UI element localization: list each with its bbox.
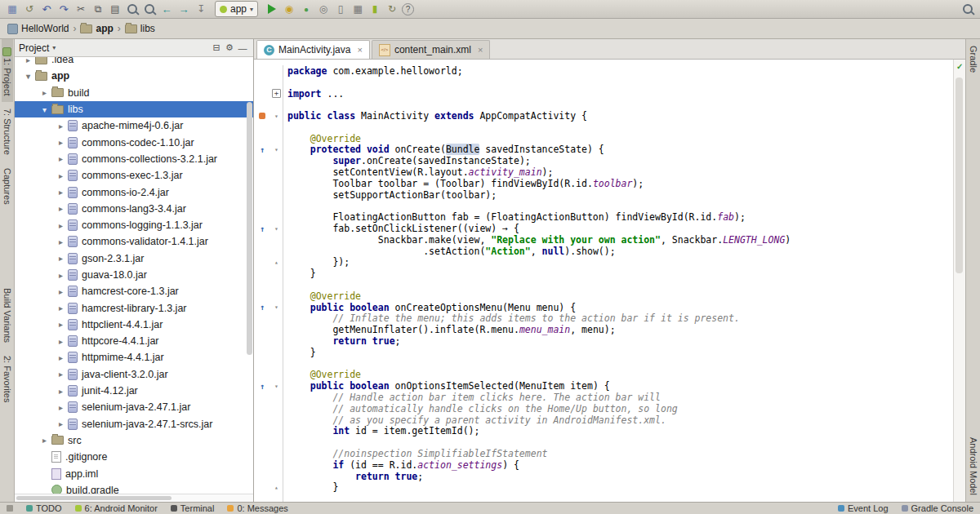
- status-item-terminal[interactable]: Terminal: [171, 503, 215, 513]
- tree-collapsed-arrow-icon[interactable]: ▸: [56, 271, 66, 280]
- fold-open-icon[interactable]: ▾: [270, 380, 283, 392]
- status-item-eventlog[interactable]: Event Log: [838, 503, 889, 513]
- tree-item-commons-codec-1-10-jar[interactable]: ▸commons-codec-1.10.jar: [15, 134, 253, 150]
- code-line-31[interactable]: // automatically handle clicks on the Ho…: [254, 403, 953, 414]
- tree-item-httpclient-4-4-1-jar[interactable]: ▸httpclient-4.4.1.jar: [15, 317, 253, 333]
- code-line-26[interactable]: }: [254, 347, 953, 358]
- tree-item-apache-mime4j-0-6-jar[interactable]: ▸apache-mime4j-0.6.jar: [15, 117, 253, 134]
- code-line-30[interactable]: // Handle action bar item clicks here. T…: [254, 392, 953, 403]
- synchronize-icon[interactable]: ↺: [22, 2, 37, 16]
- code-line-17[interactable]: .setAction("Action", null).show();: [254, 246, 953, 257]
- tree-item-build[interactable]: ▸build: [15, 85, 253, 101]
- run-gutter-icon[interactable]: [254, 110, 270, 122]
- code-line-35[interactable]: //noinspection SimplifiableIfStatement: [254, 448, 953, 459]
- tool-stripe-button-2-favorites[interactable]: 2: Favorites: [2, 349, 13, 409]
- tree-collapsed-arrow-icon[interactable]: ▸: [56, 122, 66, 131]
- tree-item--idea[interactable]: ▸.idea: [15, 57, 253, 68]
- tree-collapsed-arrow-icon[interactable]: ▸: [56, 221, 66, 230]
- tree-collapsed-arrow-icon[interactable]: ▸: [56, 320, 66, 329]
- find-icon[interactable]: [125, 2, 140, 16]
- paste-icon[interactable]: ▤: [108, 2, 122, 16]
- tree-item-httpmime-4-4-1-jar[interactable]: ▸httpmime-4.4.1.jar: [15, 349, 253, 366]
- fold-open-icon[interactable]: ▾: [270, 302, 283, 313]
- tree-collapsed-arrow-icon[interactable]: ▸: [56, 204, 66, 213]
- sdk-manager-icon[interactable]: ▦: [350, 2, 365, 16]
- code-line-25[interactable]: return true;: [254, 335, 953, 347]
- code-line-4[interactable]: [254, 99, 953, 110]
- breadcrumb-item-app[interactable]: app: [80, 23, 113, 34]
- android-device-monitor-icon[interactable]: ▮: [368, 2, 382, 16]
- tree-item-commons-logging-1-1-3-jar[interactable]: ▸commons-logging-1.1.3.jar: [15, 217, 253, 233]
- tree-item-selenium-java-2-47-1-srcs-jar[interactable]: ▸selenium-java-2.47.1-srcs.jar: [15, 416, 253, 432]
- code-line-37[interactable]: return true;: [254, 471, 953, 482]
- code-line-8[interactable]: ↑▾ protected void onCreate(Bundle savedI…: [254, 144, 953, 156]
- scrollbar-thumb[interactable]: [16, 496, 172, 500]
- settings-gear-icon[interactable]: ⚙: [223, 42, 236, 55]
- tree-collapsed-arrow-icon[interactable]: ▸: [56, 403, 66, 412]
- code-line-15[interactable]: ↑▾ fab.setOnClickListener((view) → {: [254, 223, 953, 234]
- tree-collapsed-arrow-icon[interactable]: ▸: [23, 57, 33, 64]
- fold-end-icon[interactable]: ▴: [270, 481, 283, 493]
- tree-item-guava-18-0-jar[interactable]: ▸guava-18.0.jar: [15, 267, 253, 283]
- tree-item-commons-collections-3-2-1-jar[interactable]: ▸commons-collections-3.2.1.jar: [15, 151, 253, 167]
- forward-icon[interactable]: →: [176, 2, 191, 16]
- code-line-1[interactable]: package com.example.helloworld;: [254, 65, 953, 77]
- run-with-coverage-icon[interactable]: ◉: [282, 2, 296, 16]
- tree-collapsed-arrow-icon[interactable]: ▸: [56, 287, 66, 296]
- code-line-2[interactable]: [254, 77, 953, 88]
- tree-collapsed-arrow-icon[interactable]: ▸: [56, 419, 66, 428]
- fold-plus-icon[interactable]: +: [270, 88, 283, 100]
- tool-stripe-button-gradle[interactable]: Gradle: [968, 39, 979, 79]
- code-line-32[interactable]: // as you specify a parent activity in A…: [254, 414, 953, 426]
- redo-icon[interactable]: ↷: [56, 2, 71, 16]
- code-line-38[interactable]: ▴ }: [254, 481, 953, 493]
- tree-item-commons-lang3-3-4-jar[interactable]: ▸commons-lang3-3.4.jar: [15, 201, 253, 217]
- tool-stripe-button-1-project[interactable]: 1: Project: [2, 39, 13, 102]
- search-everywhere-icon[interactable]: [960, 2, 975, 16]
- editor-scrollbar[interactable]: ✓: [953, 60, 965, 502]
- code-line-28[interactable]: @Override: [254, 370, 953, 381]
- tree-collapsed-arrow-icon[interactable]: ▸: [56, 188, 66, 197]
- tree-collapsed-arrow-icon[interactable]: ▸: [56, 237, 66, 246]
- code-line-24[interactable]: getMenuInflater().inflate(R.menu.menu_ma…: [254, 324, 953, 335]
- tool-stripe-button-captures[interactable]: Captures: [2, 162, 13, 211]
- override-gutter-icon[interactable]: ↑: [254, 223, 270, 234]
- tree-collapsed-arrow-icon[interactable]: ▸: [56, 387, 66, 396]
- chevron-down-icon[interactable]: ▾: [52, 44, 56, 51]
- status-item-gradleconsole[interactable]: Gradle Console: [902, 503, 973, 513]
- close-tab-icon[interactable]: ×: [478, 45, 483, 55]
- tree-item--gitignore[interactable]: .gitignore: [15, 449, 253, 465]
- tree-collapsed-arrow-icon[interactable]: ▸: [39, 88, 50, 97]
- scrollbar-thumb[interactable]: [247, 102, 252, 355]
- tree-collapsed-arrow-icon[interactable]: ▸: [56, 138, 66, 147]
- code-line-36[interactable]: if (id == R.id.action_settings) {: [254, 459, 953, 471]
- editor-tab-mainactivity-java[interactable]: CMainActivity.java×: [256, 40, 370, 59]
- undo-icon[interactable]: ↶: [39, 2, 54, 16]
- run-configuration-select[interactable]: app ▾: [215, 1, 258, 17]
- tree-item-src[interactable]: ▸src: [15, 432, 253, 449]
- tree-item-selenium-java-2-47-1-jar[interactable]: ▸selenium-java-2.47.1.jar: [15, 399, 253, 415]
- fold-open-icon[interactable]: ▾: [270, 110, 283, 122]
- code-line-19[interactable]: }: [254, 268, 953, 279]
- status-item-messages[interactable]: 0: Messages: [227, 503, 287, 513]
- cut-icon[interactable]: ✂: [74, 2, 88, 16]
- tree-item-java-client-3-2-0-jar[interactable]: ▸java-client-3.2.0.jar: [15, 366, 253, 383]
- code-line-27[interactable]: [254, 358, 953, 370]
- code-line-34[interactable]: [254, 436, 953, 448]
- tool-stripe-button-build-variants[interactable]: Build Variants: [2, 281, 13, 349]
- replace-icon[interactable]: [142, 2, 157, 16]
- tree-item-app-iml[interactable]: app.iml: [15, 465, 253, 481]
- tree-item-gson-2-3-1-jar[interactable]: ▸gson-2.3.1.jar: [15, 250, 253, 267]
- code-line-23[interactable]: // Inflate the menu; this adds items to …: [254, 313, 953, 325]
- code-line-20[interactable]: [254, 279, 953, 290]
- hide-windows-icon[interactable]: ↧: [194, 2, 208, 16]
- code-line-10[interactable]: setContentView(R.layout.activity_main);: [254, 166, 953, 178]
- back-icon[interactable]: ←: [159, 2, 174, 16]
- code-line-12[interactable]: setSupportActionBar(toolbar);: [254, 189, 953, 201]
- tree-item-httpcore-4-4-1-jar[interactable]: ▸httpcore-4.4.1.jar: [15, 333, 253, 349]
- tool-buttons-toggle-icon[interactable]: [7, 505, 13, 512]
- tree-item-build-gradle[interactable]: build.gradle: [15, 482, 253, 494]
- code-line-13[interactable]: [254, 201, 953, 212]
- tree-item-commons-validator-1-4-1-jar[interactable]: ▸commons-validator-1.4.1.jar: [15, 233, 253, 250]
- fold-open-icon[interactable]: ▾: [270, 144, 283, 156]
